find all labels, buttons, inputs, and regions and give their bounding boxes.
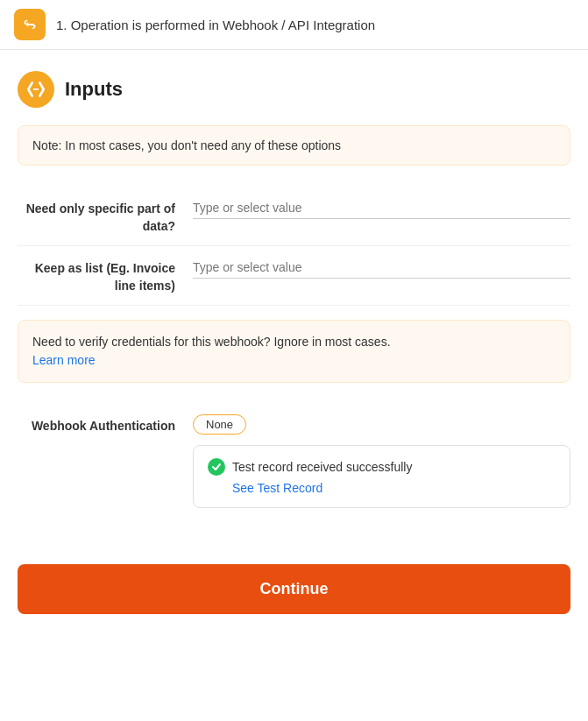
none-badge[interactable]: None	[193, 414, 246, 435]
note-box: Note: In most cases, you don't need any …	[18, 125, 570, 166]
input-keep-as-list[interactable]	[193, 257, 570, 279]
form-row-keep-as-list: Keep as list (Eg. Invoice line items)	[18, 246, 570, 306]
section-title: Inputs	[65, 78, 123, 101]
success-text: Test record received successfully	[232, 460, 412, 474]
header-bar: 1. Operation is performed in Webhook / A…	[0, 0, 588, 50]
see-test-record-link[interactable]: See Test Record	[232, 481, 556, 495]
label-keep-as-list: Keep as list (Eg. Invoice line items)	[18, 257, 193, 294]
continue-button[interactable]: Continue	[18, 564, 570, 614]
note-text: Note: In most cases, you don't need any …	[32, 138, 341, 152]
webhook-app-icon	[14, 9, 46, 40]
header-step-text: 1. Operation is performed in Webhook / A…	[56, 18, 375, 32]
section-header: Inputs	[18, 71, 570, 108]
inputs-section-icon	[18, 71, 54, 108]
success-check-icon	[208, 458, 225, 476]
webhook-auth-label: Webhook Authentication	[18, 414, 193, 435]
success-box: Test record received successfully See Te…	[193, 445, 570, 508]
learn-more-link[interactable]: Learn more	[32, 353, 96, 367]
webhook-auth-right: None Test record received successfully S…	[193, 414, 570, 508]
input-specific-data[interactable]	[193, 197, 570, 219]
info-box: Need to verify credentials for this webh…	[18, 320, 570, 383]
success-row: Test record received successfully	[208, 458, 556, 476]
webhook-auth-row: Webhook Authentication None Test record …	[18, 404, 570, 519]
form-section: Need only specific part of data? Keep as…	[18, 187, 570, 306]
info-text: Need to verify credentials for this webh…	[32, 335, 391, 349]
form-row-specific-data: Need only specific part of data?	[18, 187, 570, 246]
label-specific-data: Need only specific part of data?	[18, 197, 193, 235]
